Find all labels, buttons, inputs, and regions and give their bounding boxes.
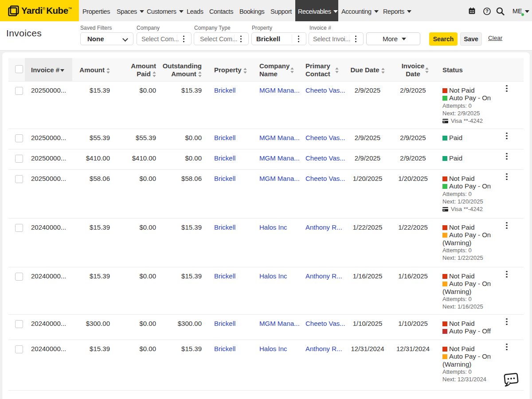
- svg-text:?: ?: [485, 8, 488, 14]
